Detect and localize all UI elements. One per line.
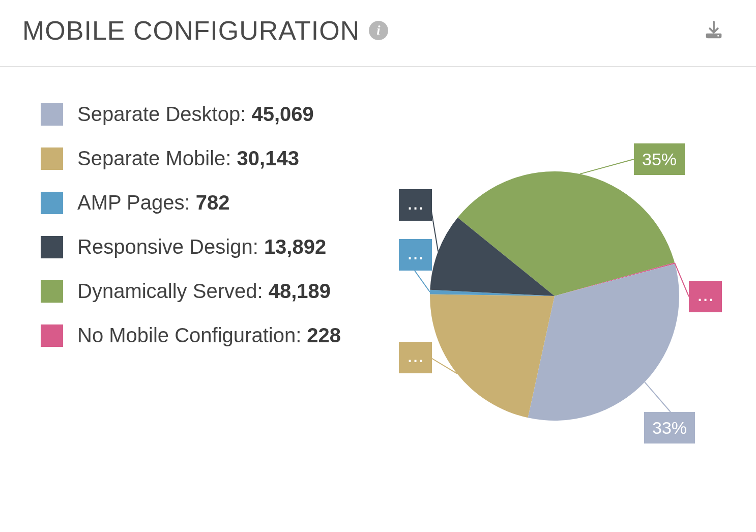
panel-header: MOBILE CONFIGURATION i — [0, 0, 756, 67]
legend-item-amp-pages[interactable]: AMP Pages: 782 — [41, 191, 366, 214]
legend-value: 782 — [196, 191, 230, 214]
legend-text-amp-pages: AMP Pages: 782 — [77, 191, 229, 214]
legend-value: 30,143 — [237, 147, 299, 169]
panel-body: Separate Desktop: 45,069 Separate Mobile… — [0, 67, 756, 505]
callout-separate-mobile: ... — [399, 342, 432, 373]
legend-value: 228 — [307, 324, 341, 346]
legend-label: No Mobile Configuration — [77, 324, 296, 346]
legend-text-responsive-design: Responsive Design: 13,892 — [77, 235, 326, 258]
callout-no-mobile-config: ... — [689, 281, 722, 312]
legend-label: Separate Mobile — [77, 147, 225, 169]
legend-item-dynamically-served[interactable]: Dynamically Served: 48,189 — [41, 280, 366, 303]
callout-responsive-design: ... — [399, 189, 432, 221]
panel-title: MOBILE CONFIGURATION i — [22, 15, 388, 46]
legend-label: Separate Desktop — [77, 103, 240, 125]
legend-text-no-mobile-config: No Mobile Configuration: 228 — [77, 324, 341, 347]
legend-value: 13,892 — [264, 235, 326, 258]
legend-text-separate-desktop: Separate Desktop: 45,069 — [77, 103, 314, 126]
download-icon[interactable] — [702, 18, 725, 43]
legend-item-separate-mobile[interactable]: Separate Mobile: 30,143 — [41, 147, 366, 170]
legend-label: Responsive Design — [77, 235, 253, 258]
callout-separate-desktop: 33% — [644, 412, 695, 444]
callout-amp-pages: ... — [399, 239, 432, 271]
info-icon[interactable]: i — [369, 21, 388, 40]
legend-item-no-mobile-config[interactable]: No Mobile Configuration: 228 — [41, 324, 366, 347]
legend-text-dynamically-served: Dynamically Served: 48,189 — [77, 280, 331, 303]
swatch-amp-pages — [41, 192, 63, 214]
legend-list: Separate Desktop: 45,069 Separate Mobile… — [41, 98, 366, 484]
legend-item-separate-desktop[interactable]: Separate Desktop: 45,069 — [41, 103, 366, 126]
swatch-responsive-design — [41, 236, 63, 258]
legend-item-responsive-design[interactable]: Responsive Design: 13,892 — [41, 235, 366, 258]
mobile-config-panel: MOBILE CONFIGURATION i Separate Desktop:… — [0, 0, 756, 532]
legend-label: Dynamically Served — [77, 280, 257, 302]
panel-title-text: MOBILE CONFIGURATION — [22, 15, 360, 46]
swatch-separate-desktop — [41, 103, 63, 126]
callout-dynamically-served: 35% — [634, 143, 685, 175]
legend-text-separate-mobile: Separate Mobile: 30,143 — [77, 147, 299, 170]
pie-chart: 35% 33% ... ... ... ... — [382, 98, 731, 484]
legend-label: AMP Pages — [77, 191, 185, 214]
swatch-no-mobile-config — [41, 324, 63, 347]
swatch-dynamically-served — [41, 280, 63, 303]
legend-value: 45,069 — [251, 103, 313, 125]
legend-value: 48,189 — [269, 280, 331, 302]
swatch-separate-mobile — [41, 147, 63, 170]
